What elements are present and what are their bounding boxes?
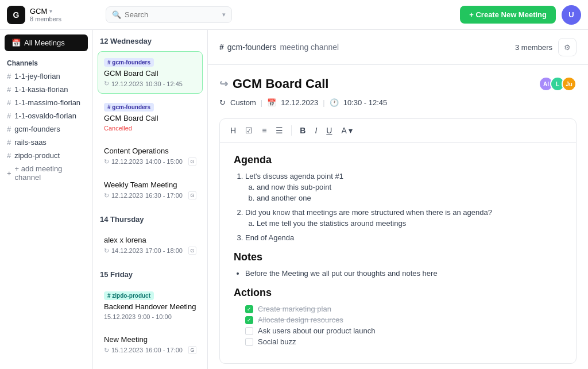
hash-icon: # [219,43,224,52]
channel-label: 1-1-massimo-florian [14,98,80,107]
toolbar-list-button[interactable]: ☰ [272,124,287,137]
sidebar-item-1-1-osvaldo[interactable]: # 1-1-osvaldo-florian [0,109,92,122]
plus-icon: + [7,169,11,178]
channel-name: gcm-founders [227,43,277,52]
channel-label: gcm-founders [14,125,60,133]
checkbox-allocate-design[interactable]: ✓ [245,316,253,324]
action-label: Allocate design resources [258,316,343,324]
sidebar-item-1-1-jey[interactable]: # 1-1-jey-florian [0,70,92,83]
toolbar-h-button[interactable]: H [227,124,239,137]
toolbar-color-button[interactable]: A ▾ [338,124,355,137]
create-new-meeting-button[interactable]: + Create New Meeting [460,6,556,24]
app-logo: G [7,6,25,24]
day-header-friday: 15 Friday [93,263,207,282]
meeting-date: 12.12.2023 [111,80,143,87]
search-dropdown-icon: ▾ [222,11,226,18]
add-meeting-channel-button[interactable]: + + add meeting channel [0,162,92,184]
toolbar-checklist-button[interactable]: ☑ [242,124,256,137]
add-channel-label: + add meeting channel [15,164,86,182]
meeting-card-weekly-team[interactable]: Weekly Team Meeting ↻ 12.12.2023 16:30 -… [98,174,203,206]
agenda-sub-item-1b: and another one [257,194,562,202]
meeting-card-content-operations[interactable]: Content Operations ↻ 12.12.2023 14:00 - … [98,140,203,172]
channel-tag: # gcm-founders [104,103,154,112]
actions-heading: Actions [234,287,562,299]
sidebar-item-1-1-kasia[interactable]: # 1-1-kasia-florian [0,83,92,96]
action-item-2: ✓ Allocate design resources [245,316,562,324]
hash-icon: # [7,72,11,80]
action-item-3: Ask users about our product launch [245,326,562,335]
detail-header-right: 3 members ⚙ [515,38,577,56]
meeting-card-meta: ↻ 14.12.2023 17:00 - 18:00 G [104,247,196,255]
meeting-card-title: Content Operations [104,147,196,155]
sidebar-item-zipdo-product[interactable]: # zipdo-product [0,149,92,162]
detail-panel: # gcm-founders meeting channel 3 members… [208,30,588,369]
toolbar-bold-button[interactable]: B [296,124,309,137]
action-label: Ask users about our product launch [258,326,376,335]
meeting-card-alex-lorena[interactable]: alex x lorena ↻ 14.12.2023 17:00 - 18:00… [98,229,203,261]
sidebar-item-1-1-massimo[interactable]: # 1-1-massimo-florian [0,96,92,109]
checkbox-ask-users[interactable] [245,327,253,335]
sidebar-item-gcm-founders[interactable]: # gcm-founders [0,122,92,136]
topbar: G GCM ▾ 8 members 🔍 ▾ + Create New Meeti… [0,0,588,30]
meeting-card-gcm-board-call-2[interactable]: # gcm-founders GCM Board Call Cancelled [98,96,203,138]
sync-icon: ↻ [104,347,109,354]
meeting-date: 12.12.2023 [281,98,318,107]
org-members: 8 members [30,16,61,22]
sidebar-item-rails-saas[interactable]: # rails-saas [0,136,92,149]
notes-heading: Notes [234,251,562,263]
meeting-card-title: GCM Board Call [104,114,196,122]
notes-list: Before the Meeting we all put our though… [234,269,562,278]
meeting-card-title: GCM Board Call [104,69,196,78]
agenda-sub-item-2a: Let me tell you the statistics around me… [257,219,562,228]
channel-label: 1-1-osvaldo-florian [14,112,76,120]
hash-icon: # [7,98,11,107]
detail-header: # gcm-founders meeting channel 3 members… [208,30,588,65]
agenda-item-1: Let's discuss agenda point #1 and now th… [245,172,562,202]
hash-icon: # [7,151,11,160]
avatar-ju: Ju [562,76,577,91]
meeting-card-title: New Meeting [104,335,196,344]
user-avatar[interactable]: U [562,5,581,25]
meeting-card-backend-handover[interactable]: # zipdo-product Backend Handover Meeting… [98,285,203,326]
day-header-thursday: 14 Thursday [93,208,207,227]
meeting-date: 12.12.2023 [111,158,143,165]
search-input[interactable] [125,10,219,19]
meeting-card-new-meeting[interactable]: New Meeting ↻ 15.12.2023 16:00 - 17:00 G [98,329,203,360]
editor-content[interactable]: Agenda Let's discuss agenda point #1 and… [220,143,576,363]
day-header-wednesday: 12 Wednesday [93,30,207,49]
toolbar-italic-button[interactable]: I [311,124,320,137]
all-meetings-nav[interactable]: 📅 All Meetings [5,34,88,51]
google-calendar-icon: G [188,247,196,255]
channels-section-title: Channels [0,56,92,70]
meeting-card-title: Backend Handover Meeting [104,302,196,311]
meeting-card-meta: 15.12.2023 9:00 - 10:00 [104,313,196,320]
channel-label: zipdo-product [14,151,60,160]
checkbox-social-buzz[interactable] [245,338,253,346]
checkbox-create-marketing[interactable]: ✓ [245,305,253,313]
sync-icon: ↻ [104,158,109,166]
clock-icon: 🕐 [330,98,339,107]
channel-tag: # gcm-founders [104,58,154,67]
logo-area: G GCM ▾ 8 members [7,6,99,24]
main-content: 📅 All Meetings Channels # 1-1-jey-floria… [0,30,588,369]
meeting-list: 12 Wednesday # gcm-founders GCM Board Ca… [93,30,208,369]
calendar-icon: 📅 [267,98,276,107]
search-bar[interactable]: 🔍 ▾ [106,6,232,23]
meeting-date: 15.12.2023 [104,313,136,320]
meeting-card-meta: ↻ 12.12.2023 14:00 - 15:00 G [104,157,196,166]
toolbar-underline-button[interactable]: U [323,124,335,137]
settings-button[interactable]: ⚙ [558,38,577,56]
sync-icon: ↻ [104,247,109,255]
hash-icon: # [7,125,11,133]
org-info: GCM ▾ 8 members [30,7,61,22]
action-label: Create marketing plan [258,305,331,313]
org-chevron-icon: ▾ [49,8,52,14]
search-icon: 🔍 [112,10,121,19]
detail-channel-name: # gcm-founders meeting channel [219,43,339,52]
hash-icon: # [7,85,11,94]
action-label: Social buzz [258,337,296,346]
members-count: 3 members [515,43,552,52]
agenda-sublist-2: Let me tell you the statistics around me… [245,219,562,228]
toolbar-align-button[interactable]: ≡ [258,124,270,137]
meeting-card-gcm-board-call-1[interactable]: # gcm-founders GCM Board Call ↻ 12.12.20… [98,51,203,94]
